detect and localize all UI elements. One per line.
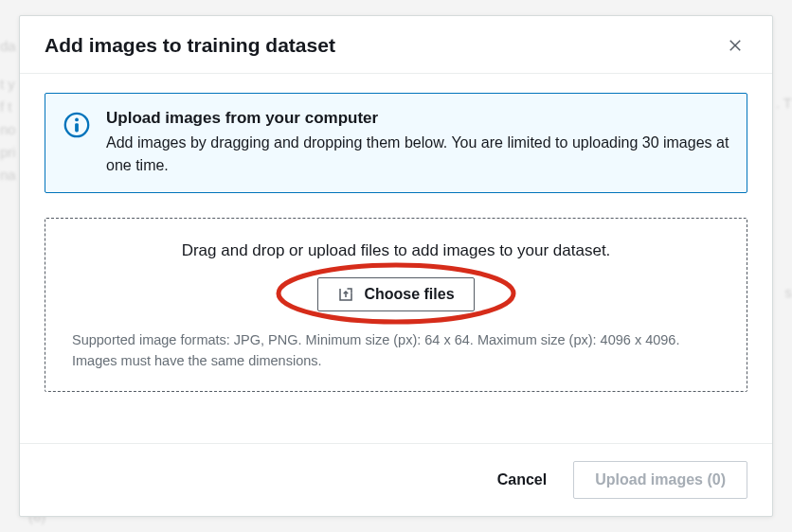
support-text: Supported image formats: JPG, PNG. Minim… [72, 330, 720, 372]
info-description: Add images by dragging and dropping them… [106, 132, 729, 177]
choose-files-wrap: Choose files [72, 277, 720, 311]
info-title: Upload images from your computer [106, 109, 729, 128]
choose-files-label: Choose files [364, 286, 454, 303]
dropzone-prompt: Drag and drop or upload files to add ima… [72, 241, 720, 260]
dropzone[interactable]: Drag and drop or upload files to add ima… [45, 218, 747, 392]
info-box: Upload images from your computer Add ima… [45, 93, 747, 193]
info-content: Upload images from your computer Add ima… [106, 109, 729, 177]
close-icon [727, 37, 744, 54]
add-images-modal: Add images to training dataset Upload im… [19, 15, 773, 517]
cancel-button[interactable]: Cancel [484, 464, 560, 496]
modal-footer: Cancel Upload images (0) [20, 443, 772, 516]
close-button[interactable] [723, 33, 747, 58]
modal-header: Add images to training dataset [20, 16, 772, 74]
modal-body: Upload images from your computer Add ima… [20, 74, 772, 443]
info-icon [63, 109, 91, 177]
upload-images-button[interactable]: Upload images (0) [573, 461, 747, 499]
svg-rect-4 [75, 123, 79, 132]
choose-files-button[interactable]: Choose files [317, 277, 474, 311]
upload-icon [337, 286, 354, 303]
modal-title: Add images to training dataset [45, 34, 335, 57]
svg-point-3 [75, 118, 79, 122]
